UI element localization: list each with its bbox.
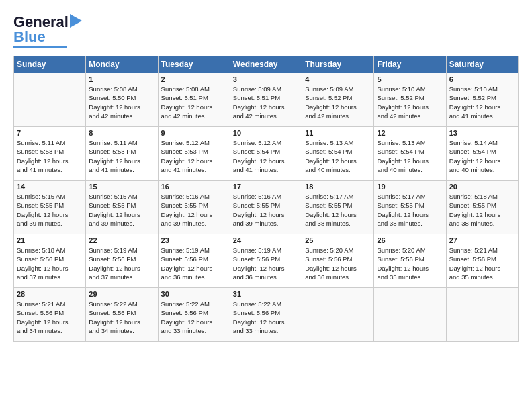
header-sunday: Sunday [14, 56, 86, 73]
day-info: Sunrise: 5:13 AM Sunset: 5:54 PM Dayligh… [305, 138, 371, 174]
day-number: 30 [161, 290, 227, 298]
day-number: 5 [377, 75, 443, 83]
day-info: Sunrise: 5:10 AM Sunset: 5:52 PM Dayligh… [449, 85, 515, 120]
day-info: Sunrise: 5:20 AM Sunset: 5:56 PM Dayligh… [305, 246, 371, 281]
week-row-3: 14Sunrise: 5:15 AM Sunset: 5:55 PM Dayli… [14, 181, 519, 234]
day-number: 20 [449, 183, 515, 191]
header-friday: Friday [374, 56, 446, 73]
day-number: 23 [161, 236, 227, 244]
day-cell: 21Sunrise: 5:18 AM Sunset: 5:56 PM Dayli… [14, 234, 86, 288]
day-number: 2 [161, 75, 227, 83]
week-row-2: 7Sunrise: 5:11 AM Sunset: 5:53 PM Daylig… [14, 127, 519, 181]
page-header: General Blue [13, 13, 519, 48]
day-cell: 29Sunrise: 5:22 AM Sunset: 5:56 PM Dayli… [86, 288, 158, 342]
day-cell: 10Sunrise: 5:12 AM Sunset: 5:54 PM Dayli… [230, 127, 302, 181]
logo: General Blue [13, 13, 82, 48]
day-info: Sunrise: 5:18 AM Sunset: 5:55 PM Dayligh… [449, 192, 515, 228]
day-cell: 6Sunrise: 5:10 AM Sunset: 5:52 PM Daylig… [446, 73, 518, 127]
day-number: 3 [233, 75, 299, 83]
day-info: Sunrise: 5:15 AM Sunset: 5:55 PM Dayligh… [17, 192, 83, 228]
day-cell: 19Sunrise: 5:17 AM Sunset: 5:55 PM Dayli… [374, 181, 446, 234]
day-info: Sunrise: 5:22 AM Sunset: 5:56 PM Dayligh… [233, 300, 299, 335]
week-row-1: 1Sunrise: 5:08 AM Sunset: 5:50 PM Daylig… [14, 73, 519, 127]
day-number: 17 [233, 183, 299, 191]
svg-marker-0 [70, 14, 82, 28]
day-cell: 2Sunrise: 5:08 AM Sunset: 5:51 PM Daylig… [158, 73, 230, 127]
day-info: Sunrise: 5:13 AM Sunset: 5:54 PM Dayligh… [377, 138, 443, 174]
day-info: Sunrise: 5:21 AM Sunset: 5:56 PM Dayligh… [449, 246, 515, 281]
day-cell: 30Sunrise: 5:22 AM Sunset: 5:56 PM Dayli… [158, 288, 230, 342]
day-info: Sunrise: 5:14 AM Sunset: 5:54 PM Dayligh… [449, 138, 515, 174]
day-info: Sunrise: 5:15 AM Sunset: 5:55 PM Dayligh… [89, 192, 154, 228]
day-number: 24 [233, 236, 299, 244]
day-info: Sunrise: 5:18 AM Sunset: 5:56 PM Dayligh… [17, 246, 83, 281]
day-cell: 16Sunrise: 5:16 AM Sunset: 5:55 PM Dayli… [158, 181, 230, 234]
logo-blue: Blue [13, 28, 46, 45]
day-number: 18 [305, 183, 371, 191]
day-cell: 22Sunrise: 5:19 AM Sunset: 5:56 PM Dayli… [86, 234, 158, 288]
day-cell [302, 288, 374, 342]
day-cell: 3Sunrise: 5:09 AM Sunset: 5:51 PM Daylig… [230, 73, 302, 127]
day-number: 8 [89, 129, 154, 137]
day-cell [446, 288, 518, 342]
logo-underline [13, 46, 67, 48]
day-info: Sunrise: 5:19 AM Sunset: 5:56 PM Dayligh… [89, 246, 154, 281]
day-number: 28 [17, 290, 83, 298]
day-info: Sunrise: 5:11 AM Sunset: 5:53 PM Dayligh… [17, 138, 83, 174]
day-info: Sunrise: 5:21 AM Sunset: 5:56 PM Dayligh… [17, 300, 83, 335]
day-cell [14, 73, 86, 127]
day-cell: 23Sunrise: 5:19 AM Sunset: 5:56 PM Dayli… [158, 234, 230, 288]
day-number: 15 [89, 183, 154, 191]
day-info: Sunrise: 5:17 AM Sunset: 5:55 PM Dayligh… [305, 192, 371, 228]
day-cell: 11Sunrise: 5:13 AM Sunset: 5:54 PM Dayli… [302, 127, 374, 181]
day-number: 4 [305, 75, 371, 83]
day-info: Sunrise: 5:11 AM Sunset: 5:53 PM Dayligh… [89, 138, 154, 174]
header-wednesday: Wednesday [230, 56, 302, 73]
day-cell: 13Sunrise: 5:14 AM Sunset: 5:54 PM Dayli… [446, 127, 518, 181]
day-cell: 9Sunrise: 5:12 AM Sunset: 5:53 PM Daylig… [158, 127, 230, 181]
day-number: 13 [449, 129, 515, 137]
day-number: 16 [161, 183, 227, 191]
day-number: 25 [305, 236, 371, 244]
week-row-4: 21Sunrise: 5:18 AM Sunset: 5:56 PM Dayli… [14, 234, 519, 288]
header-thursday: Thursday [302, 56, 374, 73]
day-cell [374, 288, 446, 342]
logo-triangle-icon [70, 14, 82, 28]
day-number: 11 [305, 129, 371, 137]
day-info: Sunrise: 5:19 AM Sunset: 5:56 PM Dayligh… [233, 246, 299, 281]
day-number: 29 [89, 290, 154, 298]
day-number: 21 [17, 236, 83, 244]
day-number: 6 [449, 75, 515, 83]
week-row-5: 28Sunrise: 5:21 AM Sunset: 5:56 PM Dayli… [14, 288, 519, 342]
day-info: Sunrise: 5:20 AM Sunset: 5:56 PM Dayligh… [377, 246, 443, 281]
day-cell: 7Sunrise: 5:11 AM Sunset: 5:53 PM Daylig… [14, 127, 86, 181]
day-cell: 25Sunrise: 5:20 AM Sunset: 5:56 PM Dayli… [302, 234, 374, 288]
day-info: Sunrise: 5:16 AM Sunset: 5:55 PM Dayligh… [161, 192, 227, 228]
day-number: 9 [161, 129, 227, 137]
day-info: Sunrise: 5:09 AM Sunset: 5:51 PM Dayligh… [233, 85, 299, 120]
day-cell: 1Sunrise: 5:08 AM Sunset: 5:50 PM Daylig… [86, 73, 158, 127]
day-cell: 20Sunrise: 5:18 AM Sunset: 5:55 PM Dayli… [446, 181, 518, 234]
day-cell: 27Sunrise: 5:21 AM Sunset: 5:56 PM Dayli… [446, 234, 518, 288]
day-number: 1 [89, 75, 154, 83]
day-info: Sunrise: 5:22 AM Sunset: 5:56 PM Dayligh… [89, 300, 154, 335]
day-info: Sunrise: 5:10 AM Sunset: 5:52 PM Dayligh… [377, 85, 443, 120]
header-saturday: Saturday [446, 56, 518, 73]
day-cell: 18Sunrise: 5:17 AM Sunset: 5:55 PM Dayli… [302, 181, 374, 234]
day-number: 14 [17, 183, 83, 191]
day-number: 12 [377, 129, 443, 137]
day-cell: 24Sunrise: 5:19 AM Sunset: 5:56 PM Dayli… [230, 234, 302, 288]
day-info: Sunrise: 5:09 AM Sunset: 5:52 PM Dayligh… [305, 85, 371, 120]
day-number: 10 [233, 129, 299, 137]
day-number: 19 [377, 183, 443, 191]
day-info: Sunrise: 5:16 AM Sunset: 5:55 PM Dayligh… [233, 192, 299, 228]
day-number: 26 [377, 236, 443, 244]
day-info: Sunrise: 5:22 AM Sunset: 5:56 PM Dayligh… [161, 300, 227, 335]
day-info: Sunrise: 5:19 AM Sunset: 5:56 PM Dayligh… [161, 246, 227, 281]
day-info: Sunrise: 5:17 AM Sunset: 5:55 PM Dayligh… [377, 192, 443, 228]
day-cell: 26Sunrise: 5:20 AM Sunset: 5:56 PM Dayli… [374, 234, 446, 288]
header-tuesday: Tuesday [158, 56, 230, 73]
day-info: Sunrise: 5:12 AM Sunset: 5:53 PM Dayligh… [161, 138, 227, 174]
day-cell: 17Sunrise: 5:16 AM Sunset: 5:55 PM Dayli… [230, 181, 302, 234]
day-cell: 31Sunrise: 5:22 AM Sunset: 5:56 PM Dayli… [230, 288, 302, 342]
